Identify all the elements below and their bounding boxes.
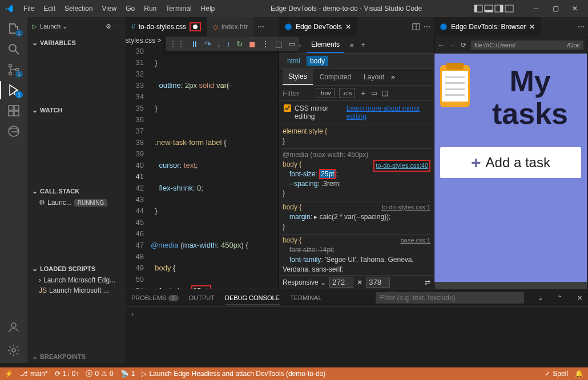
panel-icon[interactable]: ◫ [382, 89, 388, 97]
callstack-section[interactable]: CALL STACK [27, 185, 126, 197]
branch-item[interactable]: ⎇ main* [20, 370, 48, 378]
watch-section[interactable]: WATCH [27, 104, 126, 116]
explorer-icon[interactable]: 1 [7, 22, 21, 35]
panel-filter-input[interactable] [376, 292, 524, 304]
start-debug-icon[interactable]: ▷ [32, 23, 37, 30]
loaded-script-item[interactable]: › Launch Microsoft Edg... [27, 275, 126, 285]
split-icon[interactable] [412, 23, 420, 31]
sync-item[interactable]: ⟳ 1↓ 0↑ [55, 370, 79, 378]
terminal-tab[interactable]: TERMINAL [290, 291, 322, 305]
styles-pane[interactable]: element.style {} @media (max-width: 450p… [279, 124, 434, 275]
window-minimize[interactable]: ─ [527, 5, 545, 13]
loaded-scripts-section[interactable]: LOADED SCRIPTS [27, 262, 126, 275]
height-input[interactable] [366, 277, 390, 288]
device-icon[interactable]: ▭ [288, 39, 296, 48]
more-icon[interactable]: ⋯ [257, 23, 264, 31]
close-icon[interactable]: ✕ [577, 294, 582, 302]
step-over-icon[interactable]: ↷ [204, 39, 211, 48]
computed-subtab[interactable]: Computed [314, 70, 357, 84]
layout-icon[interactable] [484, 4, 493, 13]
close-icon[interactable]: ✕ [529, 23, 535, 31]
source-link-highlight[interactable]: to-do-styles.css:40 [373, 160, 430, 172]
filter-icon[interactable]: ≡ [539, 294, 542, 301]
window-close[interactable]: ✕ [566, 5, 583, 13]
settings-icon[interactable] [7, 343, 21, 357]
value-highlight[interactable]: 25pt [319, 169, 336, 179]
close-icon[interactable]: ✕ [345, 23, 351, 31]
pause-icon[interactable]: ⏸ [191, 39, 199, 48]
scrollbar-horizontal[interactable] [434, 282, 587, 289]
menu-file[interactable]: File [19, 2, 38, 15]
account-icon[interactable] [7, 321, 21, 334]
forward-icon[interactable]: → [449, 41, 456, 49]
run-debug-icon[interactable]: 1 [7, 83, 21, 97]
add-task-button[interactable]: + Add a task [440, 147, 581, 178]
source-link[interactable]: to-do-styles.css:1 [381, 203, 430, 212]
mirror-link[interactable]: Learn more about mirror editing [347, 104, 429, 120]
back-icon[interactable]: ← [438, 41, 445, 49]
address-bar[interactable]: file:///C:/Users//Doc [471, 41, 583, 50]
layout-icon[interactable] [474, 4, 483, 13]
variables-section[interactable]: VARIABLES [27, 37, 126, 49]
menu-edit[interactable]: Edit [39, 2, 59, 15]
elements-tab[interactable]: Elements [307, 37, 344, 53]
width-input[interactable] [329, 277, 353, 288]
output-tab[interactable]: OUTPUT [189, 291, 215, 305]
edge-icon[interactable] [7, 124, 21, 138]
reload-icon[interactable]: ⟳ [461, 41, 466, 49]
code-editor-content[interactable]: } outline: 2px solid var(- } .new-task-f… [151, 45, 279, 289]
breakpoints-section[interactable]: BREAKPOINTS [27, 350, 126, 363]
menu-run[interactable]: Run [140, 2, 160, 15]
cls-toggle[interactable]: .cls [339, 88, 356, 98]
devtools-tab[interactable]: Edge DevTools ✕ [279, 17, 357, 37]
debug-status[interactable]: ▷ Launch Edge Headless and attach DevToo… [142, 370, 325, 378]
callstack-item[interactable]: ⚙ Launc... RUNNING [27, 197, 126, 208]
inspect-icon[interactable]: ⬚ [275, 39, 283, 48]
responsive-dropdown[interactable]: Responsive ⌄ [283, 278, 326, 286]
menu-selection[interactable]: Selection [61, 2, 96, 15]
spell-item[interactable]: ✓ Spell [545, 370, 568, 378]
layout-controls[interactable] [474, 4, 514, 13]
search-icon[interactable] [7, 42, 21, 56]
menu-help[interactable]: Help [197, 2, 219, 15]
mirror-checkbox[interactable] [284, 104, 291, 112]
debug-console-tab[interactable]: DEBUG CONSOLE [225, 291, 280, 305]
more-icon[interactable]: ⋯ [578, 23, 585, 31]
new-style-icon[interactable]: ＋ [360, 88, 367, 98]
hov-toggle[interactable]: :hov [316, 88, 335, 98]
layout-icon[interactable] [494, 4, 504, 13]
maximize-icon[interactable]: ⌃ [557, 294, 562, 302]
source-control-icon[interactable]: 1 [7, 63, 21, 76]
menu-terminal[interactable]: Terminal [162, 2, 195, 15]
layout-subtab[interactable]: Layout [358, 70, 390, 84]
menu-view[interactable]: View [98, 2, 120, 15]
source-link[interactable]: base.css:1 [400, 236, 430, 245]
device-icon[interactable]: ▭ [371, 89, 377, 97]
dom-breadcrumb[interactable]: html body [279, 54, 434, 69]
browser-tab[interactable]: Edge DevTools: Browser ✕ [434, 17, 541, 37]
ports-item[interactable]: 📡 1 [120, 370, 135, 378]
more-icon[interactable]: ⋯ [115, 23, 121, 30]
extensions-icon[interactable] [7, 104, 21, 118]
menu-go[interactable]: Go [122, 2, 139, 15]
remote-button[interactable]: ⚡ [5, 370, 13, 378]
step-into-icon[interactable]: ↓ [217, 39, 221, 48]
notifications-icon[interactable]: 🔔 [575, 370, 583, 378]
rotate-icon[interactable]: ⇄ [425, 278, 430, 286]
add-tab-icon[interactable]: ＋ [360, 40, 367, 50]
editor-tab-styles[interactable]: # to-do-styles.css [126, 17, 207, 37]
styles-filter-input[interactable] [283, 89, 311, 98]
launch-config-dropdown[interactable]: Launch ⌄ [40, 23, 67, 30]
editor-tab-index[interactable]: ◇ index.htr [207, 17, 254, 37]
loaded-script-item[interactable]: JS Launch Microsoft ... [27, 285, 126, 296]
problems-item[interactable]: ⓧ 0 ⚠ 0 [86, 369, 113, 379]
step-out-icon[interactable]: ↑ [227, 39, 231, 48]
more-icon[interactable]: ⋯ [424, 23, 430, 31]
more-tabs-icon[interactable]: » [350, 41, 354, 49]
more-icon[interactable]: » [391, 73, 395, 81]
debug-toolbar[interactable]: ⋮⋮ ⏸ ↷ ↓ ↑ ↻ ◼ ⋮ ⬚ ▭ [166, 37, 299, 51]
layout-icon[interactable] [505, 4, 514, 13]
restart-icon[interactable]: ↻ [236, 39, 243, 48]
window-maximize[interactable]: ▢ [547, 5, 564, 13]
problems-tab[interactable]: PROBLEMS1 [131, 291, 179, 305]
